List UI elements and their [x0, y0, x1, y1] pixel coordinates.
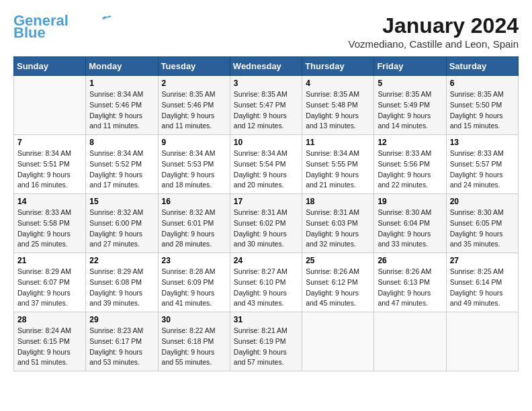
day-info: Sunrise: 8:34 AM Sunset: 5:52 PM Dayligh…	[89, 148, 154, 191]
day-info: Sunrise: 8:21 AM Sunset: 6:19 PM Dayligh…	[234, 326, 298, 368]
title-section: January 2024 Vozmediano, Castille and Le…	[348, 13, 519, 50]
calendar-title: January 2024	[348, 13, 519, 38]
day-number: 5	[378, 79, 442, 88]
header-friday: Friday	[374, 57, 446, 76]
day-info: Sunrise: 8:35 AM Sunset: 5:49 PM Dayligh…	[378, 89, 442, 132]
day-number: 13	[450, 138, 515, 147]
day-info: Sunrise: 8:34 AM Sunset: 5:54 PM Dayligh…	[234, 148, 298, 191]
calendar-cell: 11Sunrise: 8:34 AM Sunset: 5:55 PM Dayli…	[302, 135, 374, 194]
day-info: Sunrise: 8:32 AM Sunset: 6:01 PM Dayligh…	[162, 208, 226, 250]
day-info: Sunrise: 8:35 AM Sunset: 5:46 PM Dayligh…	[162, 89, 226, 132]
day-number: 6	[450, 79, 515, 88]
day-info: Sunrise: 8:24 AM Sunset: 6:15 PM Dayligh…	[17, 326, 82, 368]
page-header: General Blue January 2024 Vozmediano, Ca…	[13, 13, 519, 50]
calendar-week-row: 1Sunrise: 8:34 AM Sunset: 5:46 PM Daylig…	[14, 76, 519, 135]
calendar-cell: 15Sunrise: 8:32 AM Sunset: 6:00 PM Dayli…	[86, 194, 158, 253]
calendar-cell: 14Sunrise: 8:33 AM Sunset: 5:58 PM Dayli…	[14, 194, 86, 253]
calendar-cell: 13Sunrise: 8:33 AM Sunset: 5:57 PM Dayli…	[446, 135, 518, 194]
day-number: 23	[162, 256, 226, 265]
day-number: 30	[162, 315, 226, 324]
day-number: 24	[234, 256, 298, 265]
day-number: 11	[306, 138, 370, 147]
calendar-cell	[302, 312, 374, 371]
day-number: 14	[17, 197, 82, 206]
day-info: Sunrise: 8:31 AM Sunset: 6:03 PM Dayligh…	[306, 208, 370, 250]
day-number: 12	[378, 138, 442, 147]
day-number: 20	[450, 197, 515, 206]
day-info: Sunrise: 8:35 AM Sunset: 5:50 PM Dayligh…	[450, 89, 515, 132]
day-info: Sunrise: 8:35 AM Sunset: 5:47 PM Dayligh…	[234, 89, 298, 132]
logo-blue: Blue	[13, 26, 46, 40]
calendar-cell: 29Sunrise: 8:23 AM Sunset: 6:17 PM Dayli…	[86, 312, 158, 371]
calendar-cell: 2Sunrise: 8:35 AM Sunset: 5:46 PM Daylig…	[158, 76, 230, 135]
day-number: 9	[162, 138, 226, 147]
day-info: Sunrise: 8:25 AM Sunset: 6:14 PM Dayligh…	[450, 267, 515, 309]
day-info: Sunrise: 8:34 AM Sunset: 5:53 PM Dayligh…	[162, 148, 226, 191]
calendar-cell: 19Sunrise: 8:30 AM Sunset: 6:04 PM Dayli…	[374, 194, 446, 253]
calendar-cell: 16Sunrise: 8:32 AM Sunset: 6:01 PM Dayli…	[158, 194, 230, 253]
calendar-week-row: 14Sunrise: 8:33 AM Sunset: 5:58 PM Dayli…	[14, 194, 519, 253]
day-number: 29	[89, 315, 154, 324]
day-number: 15	[89, 197, 154, 206]
day-number: 31	[234, 315, 298, 324]
day-number: 19	[378, 197, 442, 206]
calendar-header-row: SundayMondayTuesdayWednesdayThursdayFrid…	[14, 57, 519, 76]
day-info: Sunrise: 8:34 AM Sunset: 5:51 PM Dayligh…	[17, 148, 82, 191]
calendar-cell: 31Sunrise: 8:21 AM Sunset: 6:19 PM Dayli…	[230, 312, 302, 371]
day-number: 28	[17, 315, 82, 324]
logo-bird-icon	[101, 13, 113, 23]
calendar-subtitle: Vozmediano, Castille and Leon, Spain	[348, 38, 519, 50]
calendar-cell	[446, 312, 518, 371]
day-number: 7	[17, 138, 82, 147]
day-number: 18	[306, 197, 370, 206]
calendar-cell: 17Sunrise: 8:31 AM Sunset: 6:02 PM Dayli…	[230, 194, 302, 253]
logo: General Blue	[13, 13, 113, 40]
calendar-cell	[14, 76, 86, 135]
calendar-cell: 12Sunrise: 8:33 AM Sunset: 5:56 PM Dayli…	[374, 135, 446, 194]
day-info: Sunrise: 8:35 AM Sunset: 5:48 PM Dayligh…	[306, 89, 370, 132]
header-tuesday: Tuesday	[158, 57, 230, 76]
calendar-cell: 1Sunrise: 8:34 AM Sunset: 5:46 PM Daylig…	[86, 76, 158, 135]
calendar-cell: 5Sunrise: 8:35 AM Sunset: 5:49 PM Daylig…	[374, 76, 446, 135]
day-info: Sunrise: 8:26 AM Sunset: 6:13 PM Dayligh…	[378, 267, 442, 309]
calendar-cell: 28Sunrise: 8:24 AM Sunset: 6:15 PM Dayli…	[14, 312, 86, 371]
day-number: 3	[234, 79, 298, 88]
header-wednesday: Wednesday	[230, 57, 302, 76]
day-info: Sunrise: 8:29 AM Sunset: 6:08 PM Dayligh…	[89, 267, 154, 309]
day-info: Sunrise: 8:34 AM Sunset: 5:46 PM Dayligh…	[89, 89, 154, 132]
day-info: Sunrise: 8:26 AM Sunset: 6:12 PM Dayligh…	[306, 267, 370, 309]
day-number: 22	[89, 256, 154, 265]
calendar-cell: 21Sunrise: 8:29 AM Sunset: 6:07 PM Dayli…	[14, 253, 86, 312]
day-info: Sunrise: 8:23 AM Sunset: 6:17 PM Dayligh…	[89, 326, 154, 368]
calendar-cell: 25Sunrise: 8:26 AM Sunset: 6:12 PM Dayli…	[302, 253, 374, 312]
calendar-cell: 20Sunrise: 8:30 AM Sunset: 6:05 PM Dayli…	[446, 194, 518, 253]
calendar-cell: 30Sunrise: 8:22 AM Sunset: 6:18 PM Dayli…	[158, 312, 230, 371]
day-info: Sunrise: 8:30 AM Sunset: 6:04 PM Dayligh…	[378, 208, 442, 250]
day-number: 17	[234, 197, 298, 206]
day-number: 16	[162, 197, 226, 206]
calendar-cell: 8Sunrise: 8:34 AM Sunset: 5:52 PM Daylig…	[86, 135, 158, 194]
day-number: 2	[162, 79, 226, 88]
calendar-week-row: 7Sunrise: 8:34 AM Sunset: 5:51 PM Daylig…	[14, 135, 519, 194]
day-info: Sunrise: 8:30 AM Sunset: 6:05 PM Dayligh…	[450, 208, 515, 250]
day-info: Sunrise: 8:32 AM Sunset: 6:00 PM Dayligh…	[89, 208, 154, 250]
calendar-week-row: 28Sunrise: 8:24 AM Sunset: 6:15 PM Dayli…	[14, 312, 519, 371]
calendar-cell: 10Sunrise: 8:34 AM Sunset: 5:54 PM Dayli…	[230, 135, 302, 194]
calendar-cell: 6Sunrise: 8:35 AM Sunset: 5:50 PM Daylig…	[446, 76, 518, 135]
day-number: 25	[306, 256, 370, 265]
day-info: Sunrise: 8:28 AM Sunset: 6:09 PM Dayligh…	[162, 267, 226, 309]
day-number: 10	[234, 138, 298, 147]
header-saturday: Saturday	[446, 57, 518, 76]
calendar-cell: 27Sunrise: 8:25 AM Sunset: 6:14 PM Dayli…	[446, 253, 518, 312]
day-number: 21	[17, 256, 82, 265]
calendar-cell: 26Sunrise: 8:26 AM Sunset: 6:13 PM Dayli…	[374, 253, 446, 312]
day-info: Sunrise: 8:33 AM Sunset: 5:56 PM Dayligh…	[378, 148, 442, 191]
calendar-cell: 18Sunrise: 8:31 AM Sunset: 6:03 PM Dayli…	[302, 194, 374, 253]
calendar-cell: 24Sunrise: 8:27 AM Sunset: 6:10 PM Dayli…	[230, 253, 302, 312]
day-info: Sunrise: 8:33 AM Sunset: 5:58 PM Dayligh…	[17, 208, 82, 250]
day-info: Sunrise: 8:34 AM Sunset: 5:55 PM Dayligh…	[306, 148, 370, 191]
calendar-cell: 7Sunrise: 8:34 AM Sunset: 5:51 PM Daylig…	[14, 135, 86, 194]
day-info: Sunrise: 8:29 AM Sunset: 6:07 PM Dayligh…	[17, 267, 82, 309]
day-number: 8	[89, 138, 154, 147]
day-number: 4	[306, 79, 370, 88]
